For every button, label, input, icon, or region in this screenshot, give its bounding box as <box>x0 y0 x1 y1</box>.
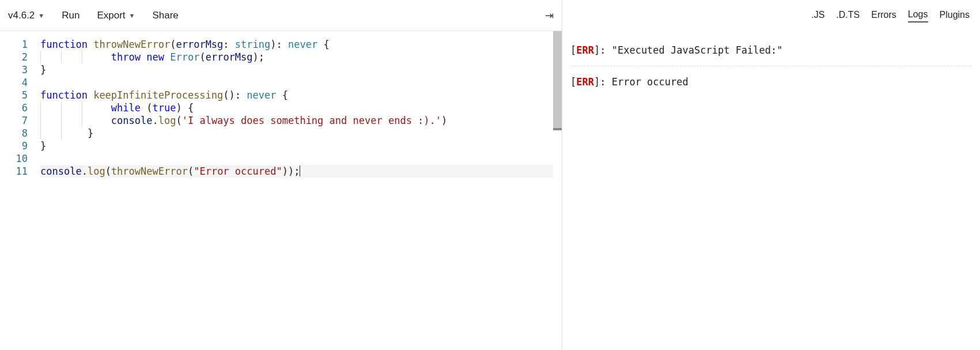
caret-down-icon: ▼ <box>38 12 44 19</box>
code-line[interactable]: function throwNewError(errorMsg: string)… <box>40 38 553 51</box>
line-number: 6 <box>0 101 28 114</box>
share-button[interactable]: Share <box>152 10 178 21</box>
code-line[interactable]: while (true) { <box>40 101 553 114</box>
line-number: 5 <box>0 89 28 101</box>
line-number: 11 <box>0 165 28 178</box>
log-entry: [ERR]: "Executed JavaScript Failed:" <box>570 40 972 66</box>
editor-pane: v4.6.2 ▼ Run Export ▼ Share ⇥ 1234567891… <box>0 0 562 350</box>
collapse-arrow-icon[interactable]: ⇥ <box>545 9 554 22</box>
code-line[interactable]: } <box>40 140 553 152</box>
log-level: ERR <box>576 44 594 56</box>
line-number: 4 <box>0 76 28 89</box>
code-line[interactable]: function keepInfiniteProcessing(): never… <box>40 89 553 101</box>
line-number: 2 <box>0 51 28 63</box>
code-line[interactable]: throw new Error(errorMsg); <box>40 51 553 63</box>
code-editor[interactable]: 1234567891011 function throwNewError(err… <box>0 31 562 350</box>
code-line[interactable]: } <box>40 63 553 76</box>
code-line[interactable]: } <box>40 127 553 140</box>
scrollbar-marker <box>553 128 562 130</box>
line-number: 8 <box>0 127 28 140</box>
line-number: 10 <box>0 152 28 165</box>
tab-errors[interactable]: Errors <box>871 10 896 22</box>
log-level: ERR <box>576 76 594 88</box>
code-area[interactable]: function throwNewError(errorMsg: string)… <box>33 31 553 350</box>
line-number: 7 <box>0 114 28 127</box>
code-line[interactable] <box>40 152 553 165</box>
share-label: Share <box>152 10 178 21</box>
log-entry: [ERR]: Error occured <box>570 66 972 97</box>
editor-toolbar: v4.6.2 ▼ Run Export ▼ Share ⇥ <box>0 0 562 31</box>
run-button[interactable]: Run <box>62 10 80 21</box>
output-tabs: .JS .D.TS Errors Logs Plugins <box>562 0 980 31</box>
code-line[interactable]: console.log('I always does something and… <box>40 114 553 127</box>
version-selector[interactable]: v4.6.2 ▼ <box>8 10 44 21</box>
tab-logs[interactable]: Logs <box>908 9 928 22</box>
tab-plugins[interactable]: Plugins <box>940 10 970 22</box>
logs-output: [ERR]: "Executed JavaScript Failed:"[ERR… <box>562 31 980 350</box>
text-cursor <box>300 165 300 176</box>
log-message: "Executed JavaScript Failed:" <box>612 44 783 56</box>
code-line[interactable]: console.log(throwNewError("Error occured… <box>40 165 553 178</box>
line-number-gutter: 1234567891011 <box>0 31 33 350</box>
scrollbar-thumb[interactable] <box>553 31 562 129</box>
editor-scrollbar[interactable] <box>553 31 562 350</box>
output-pane: .JS .D.TS Errors Logs Plugins [ERR]: "Ex… <box>562 0 980 350</box>
tab-dts[interactable]: .D.TS <box>836 10 860 22</box>
run-label: Run <box>62 10 80 21</box>
export-button[interactable]: Export ▼ <box>97 10 135 21</box>
line-number: 3 <box>0 63 28 76</box>
version-label: v4.6.2 <box>8 10 35 21</box>
line-number: 1 <box>0 38 28 51</box>
line-number: 9 <box>0 140 28 152</box>
tab-js[interactable]: .JS <box>811 10 824 22</box>
caret-down-icon: ▼ <box>129 12 135 19</box>
log-message: Error occured <box>612 76 688 88</box>
code-line[interactable] <box>40 76 553 89</box>
export-label: Export <box>97 10 125 21</box>
